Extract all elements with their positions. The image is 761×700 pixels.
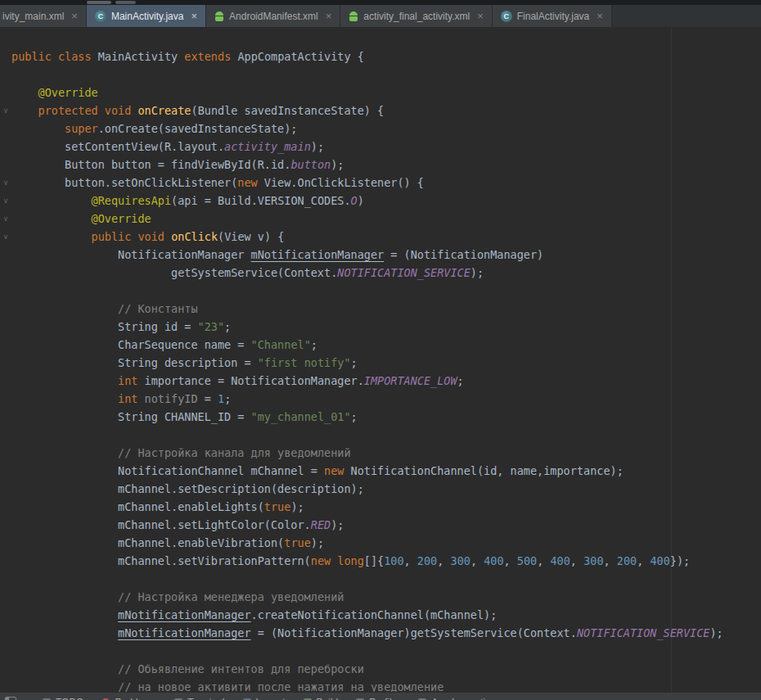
code-line: NotificationManager mNotificationManager… [11, 246, 761, 264]
tab-label: AndroidManifest.xml [229, 11, 318, 22]
status-bar: TODOProblemsTerminalLogcatBuildProfilerA… [0, 692, 761, 700]
code-line: String description = "first notify"; [11, 354, 761, 372]
code-line [11, 65, 761, 84]
editor-tab-bar: ivity_main.xml×CMainActivity.java×Androi… [0, 5, 761, 28]
status-item-logcat[interactable]: Logcat [243, 697, 286, 700]
code-line: // Настройка канала для уведомлений [11, 444, 761, 462]
code-line: String id = "23"; [11, 318, 761, 336]
code-line [11, 282, 761, 300]
code-line: button.setOnClickListener(new View.OnCli… [11, 174, 761, 192]
fold-marker-icon[interactable]: ∨ [1, 195, 11, 206]
code-line: mChannel.enableVibration(true); [11, 534, 761, 552]
editor-tab[interactable]: AndroidManifest.xml× [206, 5, 340, 27]
status-item-profiler[interactable]: Profiler [356, 697, 400, 700]
code-line: protected void onCreate(Bundle savedInst… [11, 102, 761, 120]
java-class-icon: C [95, 11, 106, 22]
code-line: int notifyID = 1; [11, 390, 761, 408]
code-line: @Override [11, 210, 761, 228]
code-line: super.onCreate(savedInstanceState); [11, 120, 761, 138]
fold-marker-icon[interactable]: ∨ [1, 177, 11, 188]
ide-window: ivity_main.xml×CMainActivity.java×Androi… [0, 0, 761, 700]
code-line: setContentView(R.layout.activity_main); [11, 138, 761, 156]
editor-tab[interactable]: ivity_main.xml× [0, 5, 87, 27]
code-line: mChannel.setDescription(description); [11, 480, 761, 498]
code-line [11, 426, 761, 444]
status-item-label: App Inspection [431, 697, 496, 700]
code-line: getSystemService(Context.NOTIFICATION_SE… [11, 264, 761, 282]
code-line: @RequiresApi(api = Build.VERSION_CODES.O… [11, 192, 761, 210]
code-line: @Override [11, 84, 761, 102]
status-item-terminal[interactable]: Terminal [174, 697, 224, 700]
code-line: String CHANNEL_ID = "my_channel_01"; [11, 408, 761, 426]
code-line [11, 570, 761, 588]
status-item-label: TODO [56, 697, 83, 700]
code-line: CharSequence name = "Channel"; [11, 336, 761, 354]
toolbar-stub-icon [87, 1, 111, 4]
tab-label: activity_final_activity.xml [363, 11, 470, 22]
code-line: mNotificationManager.createNotificationC… [11, 606, 761, 624]
status-item-label: Profiler [369, 697, 400, 700]
android-icon [214, 11, 224, 22]
editor-tab[interactable]: activity_final_activity.xml× [340, 5, 492, 27]
status-item-label: Terminal [187, 697, 224, 700]
code-line: Button button = findViewById(R.id.button… [11, 156, 761, 174]
code-line: int importance = NotificationManager.IMP… [11, 372, 761, 390]
tab-label: FinalActivity.java [517, 11, 589, 22]
close-icon[interactable]: × [71, 11, 78, 21]
status-item-problems[interactable]: Problems [101, 697, 156, 700]
tab-label: MainActivity.java [111, 11, 183, 22]
tool-windows-icon[interactable] [5, 697, 16, 700]
code-line: public void onClick(View v) { [11, 228, 761, 246]
fold-marker-icon[interactable]: ∨ [1, 231, 11, 242]
code-line [11, 642, 761, 660]
editor-tab[interactable]: CFinalActivity.java× [493, 5, 612, 27]
android-icon [349, 11, 358, 22]
close-icon[interactable]: × [597, 11, 603, 21]
code-line: mChannel.enableLights(true); [11, 498, 761, 516]
code-line: public class MainActivity extends AppCom… [11, 47, 761, 65]
editor-tab[interactable]: CMainActivity.java× [87, 5, 206, 27]
code-line: // Константы [11, 300, 761, 318]
status-item-build[interactable]: Build [304, 697, 339, 700]
fold-marker-icon[interactable]: ∨ [1, 105, 11, 116]
code-line: mChannel.setLightColor(Color.RED); [11, 516, 761, 534]
status-item-app-inspection[interactable]: App Inspection [418, 697, 496, 700]
tab-label: ivity_main.xml [2, 11, 64, 22]
close-icon[interactable]: × [477, 11, 484, 21]
code-line: // Настройка менеджера уведомлений [11, 588, 761, 606]
close-icon[interactable]: × [326, 11, 332, 21]
java-class-icon: C [501, 11, 512, 22]
status-item-label: Logcat [256, 697, 286, 700]
toolbar-stub-icon [115, 1, 136, 4]
code-editor[interactable]: public class MainActivity extends AppCom… [0, 28, 761, 692]
fold-marker-icon[interactable]: ∨ [1, 213, 11, 224]
code-line: // на новое активити после нажатия на ув… [11, 678, 761, 692]
code-line: NotificationChannel mChannel = new Notif… [11, 462, 761, 480]
code-line: // Обьявление интентов для переброски [11, 660, 761, 678]
close-icon[interactable]: × [191, 11, 197, 21]
status-item-label: Problems [115, 697, 156, 700]
code-area[interactable]: public class MainActivity extends AppCom… [0, 28, 761, 692]
status-item-label: Build [317, 697, 339, 700]
code-line: mChannel.setVibrationPattern(new long[]{… [11, 552, 761, 570]
code-line: mNotificationManager = (NotificationMana… [11, 624, 761, 642]
status-item-todo[interactable]: TODO [43, 697, 83, 700]
